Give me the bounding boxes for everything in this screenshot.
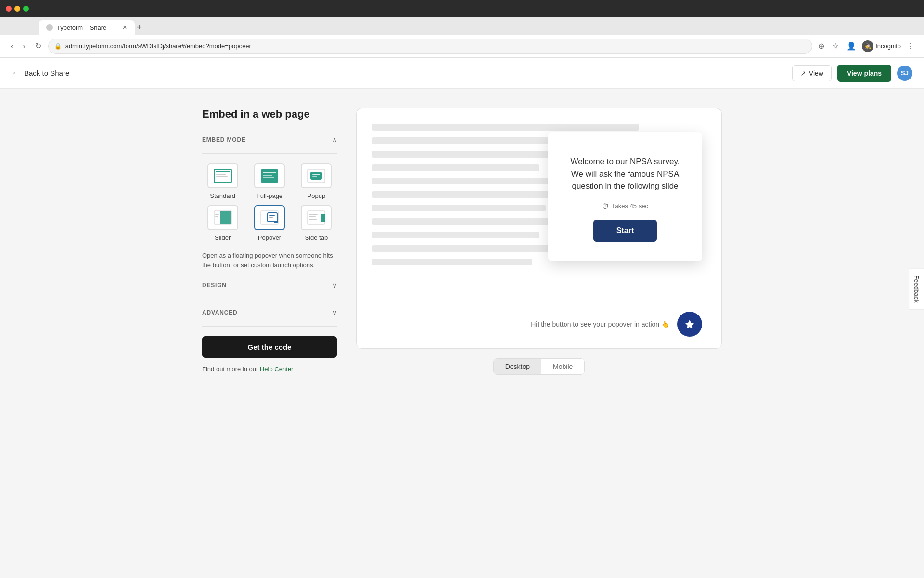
- feedback-tab[interactable]: Feedback: [909, 268, 924, 310]
- header-right: ↗ View View plans SJ: [792, 65, 912, 82]
- extensions-button[interactable]: ⊕: [816, 39, 826, 53]
- main-content: Embed in a web page EMBED MODE ∧ Standar…: [173, 89, 751, 394]
- lock-icon: 🔒: [54, 43, 62, 50]
- browser-tab-bar: Typeform – Share ✕ +: [0, 17, 924, 35]
- popover-card: Welcome to our NPSA survey. We will ask …: [548, 132, 702, 261]
- help-text-before: Find out more in our: [202, 366, 260, 373]
- tab-title: Typeform – Share: [57, 24, 106, 31]
- mode-fullpage-label: Full-page: [257, 192, 282, 199]
- bg-line-10: [372, 245, 552, 252]
- url-text: admin.typeform.com/form/sWDtsfDj/share#/…: [65, 42, 251, 50]
- preview-container: Welcome to our NPSA survey. We will ask …: [356, 108, 722, 349]
- desktop-label: Desktop: [505, 363, 530, 370]
- bg-line-8: [372, 218, 556, 225]
- mode-popover-icon: [260, 210, 279, 225]
- svg-rect-7: [263, 177, 274, 178]
- incognito-icon: 🕵: [862, 40, 873, 52]
- mode-slider-icon-wrapper: [207, 205, 238, 230]
- mobile-button[interactable]: Mobile: [541, 359, 584, 374]
- preview-panel: Welcome to our NPSA survey. We will ask …: [356, 108, 722, 375]
- mode-slider-icon: [213, 210, 232, 225]
- external-link-icon: ↗: [800, 69, 806, 77]
- mobile-label: Mobile: [553, 363, 573, 370]
- back-arrow-icon: ←: [12, 68, 20, 78]
- mode-sidetab-label: Side tab: [305, 234, 328, 241]
- browser-nav-bar: ‹ › ↻ 🔒 admin.typeform.com/form/sWDtsfDj…: [0, 35, 924, 58]
- popover-trigger-icon: [684, 319, 695, 329]
- mode-popup[interactable]: Popup: [296, 163, 337, 199]
- mode-standard[interactable]: Standard: [202, 163, 243, 199]
- page-title: Embed in a web page: [202, 108, 337, 120]
- incognito-badge: 🕵 Incognito: [862, 40, 901, 52]
- svg-rect-10: [312, 174, 320, 175]
- start-label: Start: [616, 226, 634, 235]
- get-code-button[interactable]: Get the code: [202, 336, 337, 358]
- advanced-label: ADVANCED: [202, 309, 238, 316]
- mode-popover-icon-wrapper: [254, 205, 285, 230]
- bookmark-button[interactable]: ☆: [830, 39, 841, 53]
- clock-icon: ⏱: [602, 202, 609, 210]
- mode-popup-label: Popup: [308, 192, 326, 199]
- bg-line-4: [372, 164, 539, 171]
- help-center-link[interactable]: Help Center: [260, 366, 293, 373]
- browser-menu-button[interactable]: ⋮: [905, 39, 916, 53]
- traffic-light-red[interactable]: [6, 6, 12, 12]
- svg-rect-1: [216, 171, 230, 172]
- traffic-light-green[interactable]: [23, 6, 29, 12]
- back-to-share-button[interactable]: ← Back to Share: [12, 68, 69, 78]
- bg-line-3: [372, 151, 556, 158]
- get-code-label: Get the code: [248, 343, 292, 351]
- view-plans-button[interactable]: View plans: [837, 65, 891, 82]
- mode-slider[interactable]: Slider: [202, 205, 243, 241]
- start-button[interactable]: Start: [593, 220, 657, 242]
- svg-rect-11: [312, 176, 317, 177]
- app-header: ← Back to Share ↗ View View plans SJ: [0, 58, 924, 89]
- mode-standard-icon: [213, 168, 232, 184]
- browser-nav-right: ⊕ ☆ 👤 🕵 Incognito ⋮: [816, 39, 916, 53]
- svg-rect-13: [220, 211, 231, 224]
- forward-nav-button[interactable]: ›: [20, 39, 28, 53]
- embed-modes-grid: Standard Full-page: [202, 163, 337, 241]
- mode-standard-icon-wrapper: [207, 163, 238, 188]
- address-bar[interactable]: 🔒 admin.typeform.com/form/sWDtsfDj/share…: [48, 39, 813, 54]
- reload-button[interactable]: ↻: [32, 39, 44, 53]
- view-label: View: [809, 69, 823, 77]
- new-tab-button[interactable]: +: [137, 20, 142, 35]
- advanced-chevron-icon: ∨: [332, 309, 337, 316]
- bg-line-6: [372, 191, 566, 198]
- mode-popover[interactable]: Popover: [249, 205, 290, 241]
- mode-fullpage[interactable]: Full-page: [249, 163, 290, 199]
- bg-line-2: [372, 137, 572, 144]
- feedback-label: Feedback: [913, 275, 920, 302]
- back-label: Back to Share: [24, 69, 69, 77]
- back-nav-button[interactable]: ‹: [8, 39, 16, 53]
- avatar: SJ: [897, 66, 912, 81]
- traffic-lights: [6, 6, 29, 12]
- tab-close-button[interactable]: ✕: [122, 24, 127, 31]
- popover-trigger-button[interactable]: [677, 312, 702, 337]
- traffic-light-yellow[interactable]: [14, 6, 20, 12]
- mode-fullpage-icon-wrapper: [254, 163, 285, 188]
- bg-line-1: [372, 124, 639, 131]
- help-text: Find out more in our Help Center: [202, 366, 337, 373]
- mode-sidetab-icon: [307, 210, 326, 225]
- profile-button[interactable]: 👤: [845, 39, 858, 53]
- svg-rect-24: [309, 216, 316, 217]
- bg-line-5: [372, 178, 556, 184]
- mode-slider-label: Slider: [215, 234, 231, 241]
- svg-rect-2: [216, 174, 226, 175]
- embed-mode-section-header[interactable]: EMBED MODE ∧: [202, 136, 337, 144]
- svg-rect-3: [216, 176, 228, 177]
- browser-tab[interactable]: Typeform – Share ✕: [38, 20, 135, 35]
- advanced-section-header[interactable]: ADVANCED ∨: [202, 309, 337, 316]
- svg-rect-9: [310, 172, 322, 180]
- mode-sidetab[interactable]: Side tab: [296, 205, 337, 241]
- view-button[interactable]: ↗ View: [792, 65, 832, 81]
- svg-rect-15: [215, 216, 218, 217]
- view-plans-label: View plans: [847, 69, 882, 77]
- mode-standard-label: Standard: [210, 192, 235, 199]
- popover-time-label: Takes 45 sec: [612, 202, 648, 210]
- desktop-button[interactable]: Desktop: [494, 359, 541, 374]
- avatar-initials: SJ: [901, 69, 909, 77]
- design-section-header[interactable]: DESIGN ∨: [202, 281, 337, 289]
